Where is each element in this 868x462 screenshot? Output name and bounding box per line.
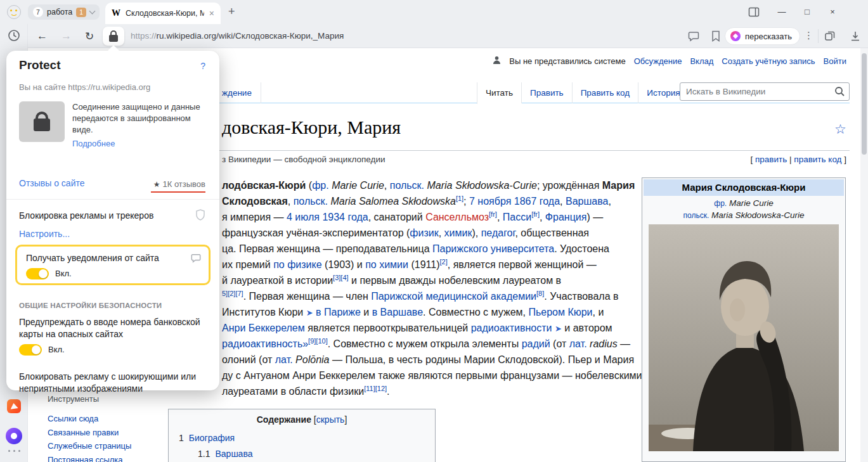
toc-link[interactable]: Варшава [215,449,252,459]
article-link[interactable]: [fr] [531,210,540,218]
article-link[interactable]: [2] [440,258,448,266]
article-link[interactable]: педагог [481,228,515,238]
card-warning-toggle[interactable] [19,344,42,356]
article-link[interactable]: ➤ [555,324,562,333]
alice-assistant-icon[interactable] [6,428,22,444]
create-account-link[interactable]: Создать учётную запись [722,56,815,66]
article-link[interactable]: радиоактивности [471,323,552,333]
article-link[interactable]: лат. [275,354,293,365]
tab-discussion-partial[interactable]: ждение [222,82,261,103]
article-text-segment: . Участвовала в [544,291,618,302]
comments-icon[interactable] [688,30,699,42]
pl-lang-link[interactable]: польск. [683,211,709,220]
fr-lang-link[interactable]: фр. [714,199,727,208]
sidebar-link[interactable]: Связанные правки [48,426,131,440]
edit-link[interactable]: править [755,155,787,164]
article-link[interactable]: радиоактивность» [222,338,308,349]
bracket: [ [751,155,756,164]
browser-menu-smiley-icon[interactable] [7,5,21,19]
scrollbar-thumb[interactable] [862,53,867,155]
article-link[interactable]: Парижского университета [432,243,554,254]
search-icon[interactable] [834,86,845,96]
notifications-toggle[interactable] [26,268,49,279]
article-link[interactable]: по физике [273,259,321,270]
url-field[interactable]: https://ru.wikipedia.org/wiki/Склодовска… [131,31,344,41]
wiki-search-input[interactable] [680,82,850,101]
tab-edit-source[interactable]: Править код [572,82,638,103]
more-options-icon[interactable]: ⋮ [804,30,813,41]
site-security-badge[interactable] [103,27,124,46]
article-link[interactable]: в Варшаве [372,307,423,318]
login-link[interactable]: Войти [824,56,846,66]
contribs-link[interactable]: Вклад [690,56,713,66]
site-reviews-link[interactable]: Отзывы о сайте [19,178,85,188]
history-clock-icon[interactable] [8,29,20,42]
summarize-button[interactable]: пересказать [725,27,800,45]
help-link[interactable]: ? [200,61,205,71]
toc-item[interactable]: 1Биография [169,430,435,446]
anon-user-label[interactable]: Вы не представились системе [509,56,625,66]
article-link[interactable]: польск. [390,180,424,191]
edit-source-link[interactable]: править код [794,155,841,164]
toc-link[interactable]: Биография [189,433,235,443]
article-link[interactable]: радий [522,338,550,349]
article-link[interactable]: Санселльмоз [425,212,489,222]
article-link[interactable]: Пьером Кюри [528,307,592,318]
article-link[interactable]: Франция [545,212,587,222]
more-services-icon[interactable] [6,450,22,452]
all-tabs-icon[interactable] [824,30,836,42]
minimize-button[interactable]: — [776,7,787,16]
sidebar-link[interactable]: Служебные страницы [48,439,131,453]
article-link[interactable]: 7 ноября [469,196,511,207]
article-link[interactable]: [11][12] [364,385,387,392]
maximize-button[interactable]: □ [801,7,813,16]
article-link[interactable]: лат. [569,338,587,349]
article-link[interactable]: химик [444,228,472,238]
article-link[interactable]: [fr] [489,210,497,218]
toc-hide-link[interactable]: скрыть [316,414,345,425]
tab-group[interactable]: 7 работа 1 [28,4,100,20]
article-link[interactable]: в Париже [316,307,361,318]
back-button[interactable]: ← [37,30,48,42]
article-link[interactable]: польск. [294,196,328,207]
article-link[interactable]: 1934 года [322,212,368,222]
article-link[interactable]: [3][4] [333,274,348,281]
scrollbar-track[interactable] [860,48,868,462]
article-link[interactable]: по химии [365,259,408,270]
portrait-photo[interactable] [649,224,839,451]
details-link[interactable]: Подробнее [72,138,115,150]
article-link[interactable]: 1867 года [514,196,560,207]
yandex-market-icon[interactable] [7,399,21,413]
article-link[interactable]: [9][10] [308,337,328,345]
article-link[interactable]: Варшава [566,196,608,207]
toc-item[interactable]: 1.1Варшава [169,446,435,462]
reviews-count[interactable]: ★1К отзывов [153,179,205,189]
article-link[interactable]: Парижской медицинской академии [371,291,536,302]
downloads-icon[interactable] [850,30,861,42]
active-tab[interactable]: W Склодовская-Кюри, Ма × [105,3,221,24]
new-tab-button[interactable]: + [228,5,235,18]
tab-read[interactable]: Читать [477,82,521,104]
article-link[interactable]: Пасси [503,212,531,222]
close-button[interactable]: × [827,7,838,16]
article-link[interactable]: Анри Беккерелем [222,323,305,333]
forward-button[interactable]: → [61,30,72,42]
talk-link[interactable]: Обсуждение [634,56,682,66]
article-link[interactable]: 5][2][7] [222,290,243,297]
bookmark-icon[interactable] [711,30,721,42]
article-link[interactable]: [8] [536,290,544,297]
article-link[interactable]: физик [410,228,438,238]
article-link[interactable]: 4 июля [287,212,320,222]
configure-link[interactable]: Настроить... [19,229,70,239]
article-link[interactable]: фр. [312,180,329,191]
sidebar-link[interactable]: Постоянная ссылка [48,453,131,462]
sidebar-link[interactable]: Ссылки сюда [48,412,131,426]
article-link[interactable]: ➤ [306,308,313,318]
watchlist-star-icon[interactable]: ☆ [834,122,846,137]
site-tagline: з Википедии — свободной энциклопедии [222,155,385,164]
tab-edit[interactable]: Править [521,82,572,103]
article-link[interactable]: [1] [456,195,463,202]
tab-close-icon[interactable]: × [209,9,214,18]
reload-button[interactable]: ↻ [85,30,94,43]
side-panel-icon[interactable] [748,7,760,17]
